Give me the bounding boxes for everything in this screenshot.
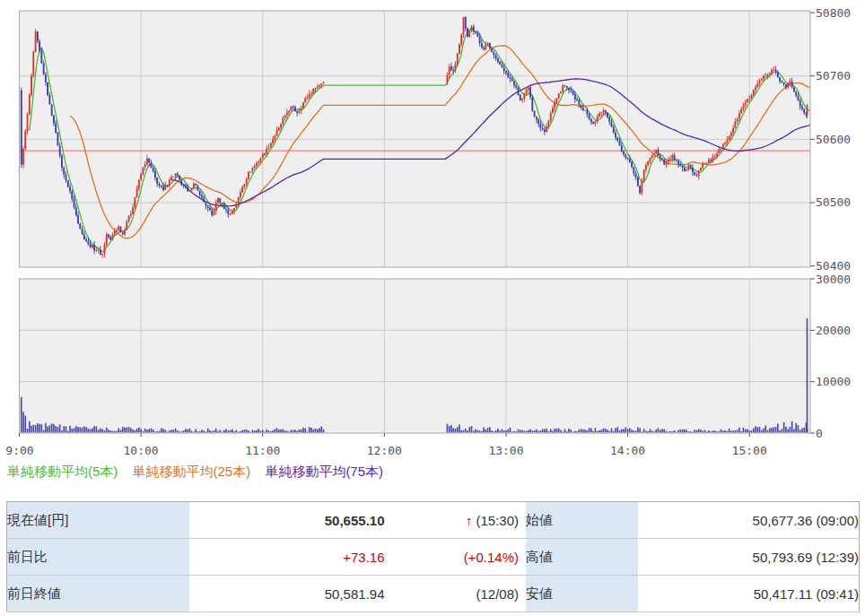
prev-close-date: (12/08) [385,586,527,602]
svg-text:50500: 50500 [816,195,851,209]
day-change-value: +73.16 [189,550,385,565]
svg-text:20000: 20000 [816,324,851,337]
svg-text:30000: 30000 [816,273,851,286]
svg-text:15:00: 15:00 [732,444,767,457]
svg-text:50700: 50700 [816,69,851,82]
day-change-percent: (+0.14%) [385,550,527,565]
low-price-value: 50,417.11 (09:41) [638,576,860,612]
current-price-cell: 50,655.10 ↑(15:30) [189,502,526,539]
svg-text:13:00: 13:00 [488,444,523,457]
quote-table: 現在値[円] 50,655.10 ↑(15:30) 始値 50,677.36 (… [6,501,860,612]
svg-text:10000: 10000 [816,375,851,388]
current-price-time: ↑(15:30) [385,513,527,528]
svg-text:50400: 50400 [816,259,851,273]
svg-text:10:00: 10:00 [124,444,159,457]
table-row: 前日比 +73.16 (+0.14%) 高値 50,793.69 (12:39) [7,539,860,576]
svg-text:11:00: 11:00 [245,444,280,457]
current-price-value: 50,655.10 [189,513,385,528]
prev-close-cell: 50,581.94 (12/08) [189,576,526,612]
prev-close-value: 50,581.94 [189,586,385,602]
up-arrow-icon: ↑ [466,513,473,528]
label-low-price: 安値 [526,576,638,612]
legend-item-sma25: 単純移動平均(25本) [133,464,251,479]
label-open-price: 始値 [526,502,638,539]
svg-text:12:00: 12:00 [367,444,402,457]
label-current-price: 現在値[円] [7,502,190,539]
table-row: 前日終値 50,581.94 (12/08) 安値 50,417.11 (09:… [7,576,860,612]
sma-legend: 単純移動平均(5本) 単純移動平均(25本) 単純移動平均(75本) [7,464,394,481]
table-row: 現在値[円] 50,655.10 ↑(15:30) 始値 50,677.36 (… [7,502,860,539]
svg-text:14:00: 14:00 [610,444,645,457]
high-price-value: 50,793.69 (12:39) [638,539,860,576]
svg-text:50800: 50800 [816,6,851,20]
price-volume-chart: 5080050700506005050050400300002000010000… [0,0,865,462]
label-day-change: 前日比 [7,539,190,576]
svg-text:50600: 50600 [816,133,851,146]
svg-text:9:00: 9:00 [5,444,33,457]
day-change-cell: +73.16 (+0.14%) [189,539,526,576]
svg-text:0: 0 [816,427,823,440]
open-price-value: 50,677.36 (09:00) [638,502,860,539]
label-prev-close: 前日終値 [7,576,190,612]
legend-item-sma75: 単純移動平均(75本) [265,464,383,479]
label-high-price: 高値 [526,539,638,576]
legend-item-sma5: 単純移動平均(5本) [7,464,118,479]
stock-chart-page: 5080050700506005050050400300002000010000… [0,0,865,616]
